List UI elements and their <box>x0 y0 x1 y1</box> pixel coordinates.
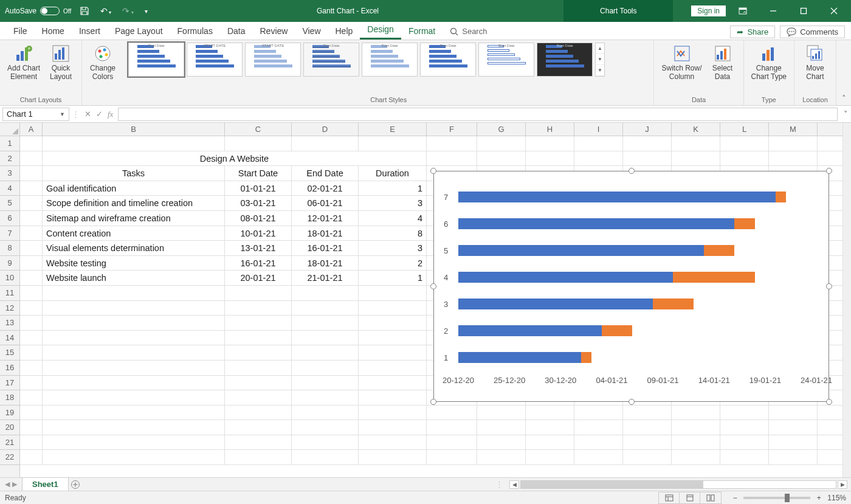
chart-bar-segment[interactable] <box>734 218 755 229</box>
zoom-in-icon[interactable]: + <box>814 494 824 502</box>
row-header[interactable]: 20 <box>0 420 19 435</box>
cell[interactable] <box>43 406 225 420</box>
cell[interactable] <box>359 345 427 360</box>
cell[interactable] <box>720 151 769 166</box>
chart-bar[interactable] <box>458 350 816 365</box>
ribbon-tab-data[interactable]: Data <box>220 22 253 40</box>
vertical-scrollbar[interactable] <box>842 123 851 477</box>
chart-bar-segment[interactable] <box>458 325 602 336</box>
resize-handle[interactable] <box>826 168 832 174</box>
ribbon-tab-page-layout[interactable]: Page Layout <box>108 22 170 40</box>
cell[interactable] <box>225 345 292 360</box>
cell[interactable] <box>20 450 43 464</box>
column-header[interactable]: A <box>20 123 43 136</box>
cell[interactable] <box>672 406 720 420</box>
resize-handle[interactable] <box>826 283 832 289</box>
undo-icon[interactable]: ↶ ▾ <box>98 6 114 16</box>
cell[interactable] <box>225 406 292 420</box>
cell[interactable] <box>623 450 672 464</box>
chart-style-thumb[interactable]: Start Date <box>478 43 534 77</box>
zoom-slider[interactable] <box>743 497 810 499</box>
cell[interactable] <box>43 331 225 345</box>
cell[interactable] <box>623 151 672 166</box>
ribbon-tab-home[interactable]: Home <box>35 22 72 40</box>
chart-plot-area[interactable]: 7654321 <box>458 184 816 371</box>
chart-bar[interactable] <box>458 297 816 311</box>
cell[interactable] <box>526 435 574 450</box>
cell[interactable] <box>477 151 526 166</box>
cell[interactable] <box>43 361 225 375</box>
cell[interactable] <box>359 376 427 390</box>
cell[interactable] <box>427 406 477 420</box>
cell[interactable] <box>526 450 574 464</box>
cell[interactable]: Start Date <box>225 166 292 181</box>
sign-in-button[interactable]: Sign in <box>691 5 726 16</box>
cell[interactable] <box>292 406 359 420</box>
resize-handle[interactable] <box>430 283 436 289</box>
row-header[interactable]: 7 <box>0 226 19 241</box>
chart-bar[interactable] <box>458 216 816 231</box>
cell[interactable] <box>292 435 359 450</box>
tell-me-search[interactable]: Search <box>443 23 494 40</box>
cell[interactable] <box>574 450 623 464</box>
column-header[interactable]: F <box>427 123 477 136</box>
cell[interactable] <box>20 136 43 151</box>
column-header[interactable]: L <box>720 123 769 136</box>
cell[interactable] <box>720 450 769 464</box>
ribbon-tab-formulas[interactable]: Formulas <box>170 22 220 40</box>
cell[interactable]: 1 <box>359 181 427 196</box>
move-chart-button[interactable]: Move Chart <box>799 43 831 83</box>
scroll-left-icon[interactable]: ◀ <box>509 480 519 489</box>
cell[interactable] <box>477 450 526 464</box>
chart-bar-segment[interactable] <box>653 299 694 309</box>
cell[interactable] <box>20 286 43 300</box>
cell[interactable] <box>526 406 574 420</box>
cell[interactable] <box>292 136 359 151</box>
cell[interactable] <box>292 331 359 345</box>
chart-bar-segment[interactable] <box>602 325 632 336</box>
cell[interactable] <box>225 390 292 405</box>
cell[interactable]: 21-01-21 <box>292 271 359 285</box>
row-header[interactable]: 8 <box>0 241 19 256</box>
cell[interactable] <box>526 151 574 166</box>
cell[interactable] <box>359 286 427 300</box>
normal-view-icon[interactable] <box>659 492 680 503</box>
quick-layout-button[interactable]: Quick Layout <box>45 43 77 83</box>
zoom-thumb[interactable] <box>785 494 790 502</box>
cell[interactable]: Goal identification <box>43 181 225 196</box>
cell[interactable] <box>672 450 720 464</box>
cell[interactable] <box>574 420 623 435</box>
worksheet-grid[interactable]: ABCDEFGHIJKLM 12345678910111213141516171… <box>0 123 851 477</box>
cell[interactable] <box>43 301 225 316</box>
cell[interactable]: 10-01-21 <box>225 226 292 241</box>
cell[interactable] <box>225 301 292 316</box>
cell[interactable]: 8 <box>359 226 427 241</box>
chart-style-thumb[interactable]: Start Date <box>537 43 593 77</box>
cell[interactable]: Website testing <box>43 256 225 271</box>
chart-bar-segment[interactable] <box>458 272 673 283</box>
column-header[interactable]: D <box>292 123 359 136</box>
cell[interactable] <box>720 420 769 435</box>
cell[interactable] <box>292 390 359 405</box>
ribbon-tab-view[interactable]: View <box>295 22 328 40</box>
cell[interactable] <box>292 301 359 316</box>
ribbon-display-icon[interactable] <box>729 0 756 22</box>
cell[interactable] <box>20 435 43 450</box>
cell[interactable] <box>43 376 225 390</box>
cell[interactable] <box>359 316 427 330</box>
cell[interactable] <box>20 181 43 196</box>
resize-handle[interactable] <box>629 168 635 174</box>
cell[interactable] <box>225 316 292 330</box>
cell[interactable] <box>427 450 477 464</box>
cell[interactable] <box>43 316 225 330</box>
cell[interactable] <box>769 450 818 464</box>
cell[interactable] <box>720 136 769 151</box>
row-header[interactable]: 10 <box>0 271 19 286</box>
cell[interactable] <box>225 331 292 345</box>
chart-bar-segment[interactable] <box>458 299 653 309</box>
chart-bar-segment[interactable] <box>581 352 591 363</box>
zoom-level[interactable]: 115% <box>827 494 846 502</box>
autosave-toggle[interactable]: AutoSave Off <box>5 7 71 15</box>
cell[interactable] <box>20 361 43 375</box>
cell[interactable] <box>769 151 818 166</box>
